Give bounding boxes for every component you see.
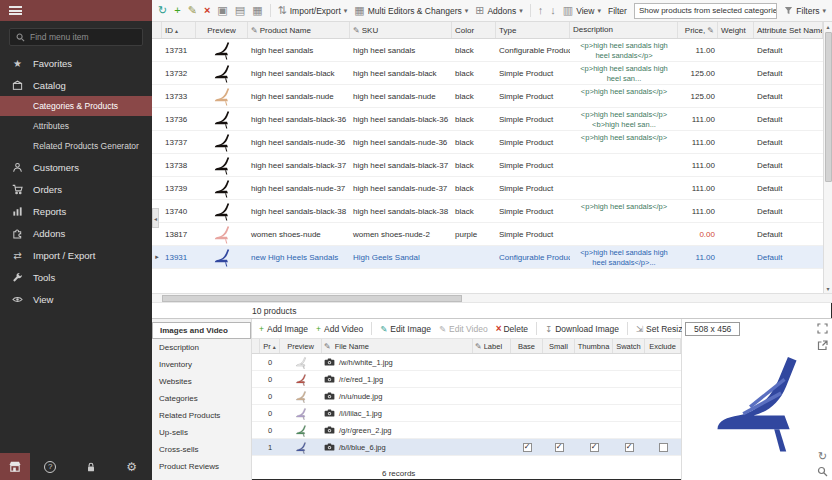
add-product-icon[interactable]: + [174, 5, 180, 16]
paste-icon[interactable]: ▤ [235, 5, 245, 16]
header-product-name[interactable]: ✎Product Name [248, 22, 350, 38]
filters-button[interactable]: Filters▾ [784, 6, 826, 16]
row-expander[interactable] [152, 39, 162, 61]
sidebar-item-view[interactable]: View [0, 288, 152, 310]
header-pr[interactable]: Pr▴ [260, 339, 280, 353]
tab-related-products[interactable]: Related Products [152, 407, 251, 424]
sidebar-item-categories-products[interactable]: Categories & Products [0, 96, 152, 116]
sidebar-search-input[interactable]: Find menu item [9, 28, 143, 46]
sidebar-item-orders[interactable]: Orders [0, 178, 152, 200]
header-file-name[interactable]: ✎File Name [322, 339, 473, 353]
expand-icon[interactable] [817, 323, 828, 334]
refresh-icon[interactable]: ↻ [158, 5, 167, 16]
header-sku[interactable]: ✎SKU [350, 22, 452, 38]
sidebar-item-import-export[interactable]: ⇄ Import / Export [0, 244, 152, 266]
sidebar-item-addons[interactable]: Addons [0, 222, 152, 244]
lock-button[interactable] [71, 461, 112, 473]
store-icon-button[interactable] [0, 453, 30, 480]
edit-video-button[interactable]: ✎Edit Video [439, 324, 488, 334]
import-export-dropdown[interactable]: ⇅ Import/Export▾ [278, 5, 348, 16]
header-id[interactable]: ID▴ [162, 22, 196, 38]
sidebar-item-catalog[interactable]: Catalog [0, 74, 152, 96]
header-label[interactable]: ✎Label [473, 339, 511, 353]
image-row[interactable]: 0 /r/e/red_1.jpg [252, 371, 681, 388]
download-image-button[interactable]: ↧Download Image [545, 324, 619, 334]
tab-images-and-video[interactable]: Images and Video [152, 322, 251, 339]
zoom-icon[interactable] [817, 466, 828, 477]
hamburger-menu-icon[interactable] [9, 6, 22, 15]
sidebar-item-favorites[interactable]: ★ Favorites [0, 52, 152, 74]
product-row[interactable]: 13738 high heel sandals-black-37 high he… [152, 154, 823, 177]
tab-websites[interactable]: Websites [152, 373, 251, 390]
header-price[interactable]: Price,✎ [678, 22, 718, 38]
view-dropdown[interactable]: ▥ View▾ [563, 5, 601, 16]
image-row[interactable]: 0 /w/h/white_1.jpg [252, 354, 681, 371]
row-expander[interactable] [152, 108, 162, 130]
image-row[interactable]: 0 /n/u/nude.jpg [252, 388, 681, 405]
scroll-up-icon[interactable]: ▴ [824, 22, 832, 31]
row-expander[interactable] [152, 131, 162, 153]
filter-select[interactable]: Show products from selected categories▾ [634, 3, 777, 19]
add-video-button[interactable]: +Add Video [316, 324, 363, 334]
tab-description[interactable]: Description [152, 339, 251, 356]
product-row[interactable]: 13739 high heel sandals-nude-37 high hee… [152, 177, 823, 200]
exclude-checkbox[interactable] [659, 443, 668, 452]
header-preview[interactable]: Preview [196, 22, 248, 38]
help-button[interactable]: ? [30, 461, 71, 473]
edit-image-button[interactable]: ✎Edit Image [380, 324, 431, 334]
sidebar-item-tools[interactable]: Tools [0, 266, 152, 288]
addons-dropdown[interactable]: ⊞ Addons▾ [475, 5, 523, 16]
columns-icon[interactable]: ▦ [252, 5, 262, 16]
row-expander[interactable] [152, 154, 162, 176]
copy-icon[interactable]: ▣ [217, 5, 227, 16]
scroll-down-icon[interactable]: ▾ [824, 284, 832, 293]
product-row[interactable]: 13737 high heel sandals-nude-36 high hee… [152, 131, 823, 154]
product-row[interactable]: 13736 high heel sandals-black-36 high he… [152, 108, 823, 131]
sidebar-collapse-handle[interactable]: ◂ [152, 208, 159, 228]
sidebar-item-related-products-generator[interactable]: Related Products Generator [0, 136, 152, 156]
header-weight[interactable]: Weight [718, 22, 754, 38]
image-row-selected[interactable]: 1 /b/l/blue_6.jpg ✓ ✓ ✓ ✓ [252, 439, 681, 456]
product-row[interactable]: 13740 high heel sandals-black-38 high he… [152, 200, 823, 223]
product-row[interactable]: 13817 women shoes-nude women shoes-nude-… [152, 223, 823, 246]
image-row[interactable]: 0 /l/i/lilac_1.jpg [252, 405, 681, 422]
sidebar-item-reports[interactable]: Reports [0, 200, 152, 222]
thumbnail-checkbox[interactable]: ✓ [590, 443, 599, 452]
header-base[interactable]: Base [511, 339, 543, 353]
open-external-icon[interactable] [817, 340, 828, 351]
multi-editors-dropdown[interactable]: ▦ Multi Editors & Changers▾ [354, 5, 468, 16]
image-row[interactable]: 0 /g/r/green_2.jpg [252, 422, 681, 439]
edit-product-icon[interactable]: ✎ [188, 5, 197, 16]
tab-inventory[interactable]: Inventory [152, 356, 251, 373]
add-image-button[interactable]: +Add Image [259, 324, 308, 334]
row-expander[interactable] [152, 177, 162, 199]
header-description[interactable]: Description [570, 22, 678, 38]
product-row-selected[interactable]: ▸ 13931 new High Heels Sandals High Geel… [152, 246, 823, 269]
sort-descending-icon[interactable]: ↓ [550, 5, 556, 16]
product-row[interactable]: 13732 high heel sandals-black high heel … [152, 62, 823, 85]
sort-ascending-icon[interactable]: ↑ [538, 5, 544, 16]
scrollbar-thumb[interactable] [162, 295, 462, 302]
row-expander[interactable] [152, 62, 162, 84]
row-expander[interactable]: ▸ [152, 246, 162, 268]
header-preview[interactable]: Preview [280, 339, 322, 353]
tab-up-sells[interactable]: Up-sells [152, 424, 251, 441]
header-exclude[interactable]: Exclude [645, 339, 681, 353]
rotate-icon[interactable]: ↻ [818, 450, 827, 463]
vertical-scrollbar[interactable]: ▴ ▾ [823, 22, 832, 293]
header-color[interactable]: Color [452, 22, 496, 38]
delete-image-button[interactable]: Delete [503, 324, 528, 334]
header-small[interactable]: Small [543, 339, 575, 353]
base-checkbox[interactable]: ✓ [523, 443, 532, 452]
tab-cross-sells[interactable]: Cross-sells [152, 441, 251, 458]
scrollbar-thumb[interactable] [825, 32, 832, 182]
row-expander[interactable] [152, 85, 162, 107]
header-swatch[interactable]: Swatch [613, 339, 645, 353]
tab-product-reviews[interactable]: Product Reviews [152, 458, 251, 475]
small-checkbox[interactable]: ✓ [555, 443, 564, 452]
sidebar-item-customers[interactable]: Customers [0, 156, 152, 178]
tab-categories[interactable]: Categories [152, 390, 251, 407]
header-attribute-set[interactable]: Attribute Set Name [754, 22, 823, 38]
delete-product-icon[interactable]: × [204, 5, 210, 16]
settings-button[interactable]: ⚙ [111, 460, 152, 474]
